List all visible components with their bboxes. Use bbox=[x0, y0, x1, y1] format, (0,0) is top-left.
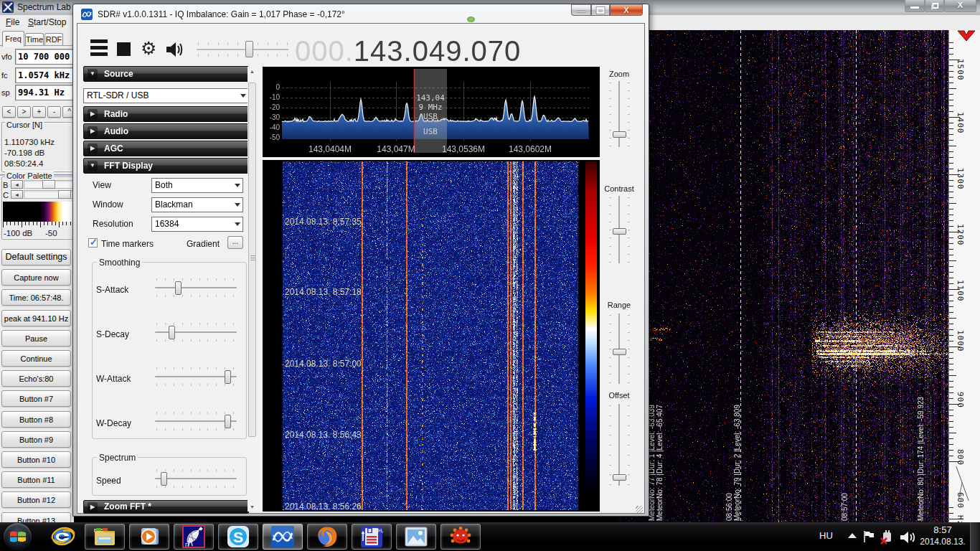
w-attack-thumb[interactable] bbox=[225, 370, 231, 384]
resize-grip[interactable] bbox=[636, 506, 643, 513]
power-plug-icon[interactable] bbox=[880, 529, 895, 545]
range-adjust-slider[interactable] bbox=[613, 314, 626, 384]
panel-header-agc[interactable]: ▶AGC bbox=[83, 141, 249, 156]
gradient-edit-button[interactable]: ... bbox=[227, 236, 243, 249]
speclab-button-default-settings[interactable]: Default settings bbox=[1, 249, 71, 265]
speclab-button-pause[interactable]: Pause bbox=[1, 330, 71, 347]
menu-button[interactable] bbox=[90, 39, 108, 59]
s-attack-thumb[interactable] bbox=[175, 281, 182, 295]
settings-gear-button[interactable]: ⚙ bbox=[141, 39, 156, 57]
palette-b-thumb[interactable] bbox=[42, 180, 55, 189]
speclab-button-button-#7[interactable]: Button #7 bbox=[1, 390, 71, 407]
clock-date[interactable]: 2014.08.13. bbox=[911, 537, 974, 547]
language-indicator[interactable]: HU bbox=[819, 530, 833, 541]
offset-adjust-slider[interactable] bbox=[613, 404, 626, 486]
scrollbar-thumb[interactable] bbox=[248, 83, 256, 437]
sdr-maximize-button[interactable] bbox=[591, 4, 610, 16]
speclab-button-continue[interactable]: Continue bbox=[1, 350, 71, 367]
speclab-button-time-06-57-48-[interactable]: Time: 06:57:48. bbox=[1, 289, 71, 306]
step-button-3[interactable]: - bbox=[47, 106, 61, 118]
start-button[interactable] bbox=[4, 523, 32, 550]
speclab-waterfall[interactable]: MeteorNo: 77 |Dur: 1 |Level: -63.039Mete… bbox=[617, 30, 948, 522]
step-button-0[interactable]: < bbox=[2, 106, 16, 118]
window-select[interactable]: Blackman bbox=[151, 197, 243, 212]
tab-rdf[interactable]: RDF bbox=[44, 33, 63, 46]
speclab-button-echo-s-80[interactable]: Echo's:80 bbox=[1, 370, 71, 387]
sdr-waterfall[interactable]: 2014.08.13. 8:57:352014.08.13. 8:57:1820… bbox=[263, 160, 600, 512]
panel-header-fft-display[interactable]: ▼FFT Display bbox=[83, 158, 249, 174]
slider-tick bbox=[156, 367, 157, 369]
show-desktop-button[interactable] bbox=[970, 522, 980, 551]
palette-c-spinner[interactable]: ◄ bbox=[11, 190, 23, 199]
zoom-adjust-slider[interactable] bbox=[613, 81, 626, 147]
menu-item-startstop[interactable]: Start/Stop bbox=[28, 17, 66, 27]
show-hidden-icons-button[interactable] bbox=[848, 533, 857, 538]
taskbar-button-windows-explorer[interactable] bbox=[85, 524, 125, 550]
sdr-minimize-button[interactable] bbox=[571, 4, 591, 16]
sdr-window: SDR# v1.0.0.1311 - IQ Imbalance: Gain = … bbox=[72, 4, 649, 517]
palette-b-spinner[interactable]: ◄ bbox=[11, 180, 23, 189]
w-decay-thumb[interactable] bbox=[225, 415, 231, 428]
time-markers-checkbox[interactable]: ✓ bbox=[88, 238, 98, 248]
taskbar-button-irfanview[interactable] bbox=[440, 524, 481, 550]
panel-scrollbar[interactable]: ▲ ▼ bbox=[248, 67, 257, 512]
taskbar-button-media-player[interactable] bbox=[129, 524, 169, 550]
audio-mute-button[interactable] bbox=[165, 40, 185, 59]
offset-adjust-thumb[interactable] bbox=[613, 474, 626, 481]
panel-header-radio[interactable]: ▶Radio bbox=[83, 106, 249, 122]
speclab-button-button-#10[interactable]: Button #10 bbox=[1, 451, 71, 468]
slider-tick bbox=[225, 367, 225, 369]
zoom-adjust-thumb[interactable] bbox=[613, 131, 626, 138]
speclab-restore-button[interactable] bbox=[925, 0, 944, 12]
speclab-button-peak-at-941-10-hz[interactable]: peak at 941.10 Hz bbox=[1, 310, 71, 326]
scrollbar-up-arrow[interactable]: ▲ bbox=[248, 67, 257, 76]
taskbar-button-firefox[interactable] bbox=[307, 524, 347, 550]
contrast-adjust-thumb[interactable] bbox=[613, 228, 626, 235]
step-button-1[interactable]: > bbox=[17, 106, 31, 118]
w-decay-slider[interactable] bbox=[155, 415, 237, 428]
step-button-2[interactable]: + bbox=[32, 106, 46, 118]
resolution-select[interactable]: 16384 bbox=[151, 217, 243, 232]
palette-c-slider[interactable] bbox=[24, 190, 80, 199]
contrast-adjust-slider[interactable] bbox=[613, 196, 626, 263]
speclab-button-button-#8[interactable]: Button #8 bbox=[1, 411, 71, 428]
s-attack-slider[interactable] bbox=[155, 281, 237, 295]
menu-item-file[interactable]: File bbox=[6, 17, 19, 27]
panel-header-audio[interactable]: ▶Audio bbox=[83, 123, 249, 139]
taskbar-button-sdrsharp[interactable] bbox=[263, 524, 303, 550]
view-select[interactable]: Both bbox=[151, 178, 243, 193]
volume-slider-thumb[interactable] bbox=[245, 41, 253, 57]
speclab-close-button[interactable]: X bbox=[944, 0, 976, 12]
speclab-button-capture-now[interactable]: Capture now bbox=[1, 269, 71, 286]
stop-button[interactable] bbox=[117, 42, 131, 56]
w-attack-slider[interactable] bbox=[155, 370, 237, 384]
action-center-flag-icon[interactable] bbox=[862, 529, 877, 544]
taskbar-button-file-manager[interactable]: H₂ bbox=[352, 524, 392, 550]
sdr-titlebar[interactable]: SDR# v1.0.0.1311 - IQ Imbalance: Gain = … bbox=[73, 4, 649, 23]
s-decay-slider[interactable] bbox=[155, 326, 237, 339]
speclab-button-button-#11[interactable]: Button #11 bbox=[1, 471, 71, 488]
speed-thumb[interactable] bbox=[161, 472, 167, 486]
taskbar-button-internet-explorer[interactable] bbox=[43, 524, 83, 550]
speclab-minimize-button[interactable] bbox=[905, 0, 925, 12]
taskbar-button-photo-viewer[interactable] bbox=[396, 524, 436, 550]
palette-c-thumb[interactable] bbox=[58, 190, 71, 199]
taskbar-button-spectrum-lab[interactable]: Π bbox=[174, 524, 214, 550]
frequency-display[interactable]: 000.143.049.070 bbox=[295, 35, 521, 67]
scrollbar-down-arrow[interactable]: ▼ bbox=[248, 502, 257, 512]
range-adjust-thumb[interactable] bbox=[613, 349, 626, 355]
panel-header-source[interactable]: ▼Source bbox=[83, 66, 249, 82]
taskbar-button-skype[interactable]: S bbox=[218, 524, 258, 550]
speed-slider[interactable] bbox=[155, 472, 237, 486]
speclab-button-button-#12[interactable]: Button #12 bbox=[1, 491, 71, 508]
tab-time[interactable]: Time bbox=[25, 33, 44, 46]
s-decay-thumb[interactable] bbox=[169, 326, 175, 339]
sdr-close-button[interactable]: X bbox=[610, 4, 643, 16]
source-device-select[interactable]: RTL-SDR / USB bbox=[83, 88, 249, 103]
speclab-button-button-#9[interactable]: Button #9 bbox=[1, 431, 71, 448]
volume-slider[interactable] bbox=[197, 49, 288, 50]
tab-freq[interactable]: Freq bbox=[2, 31, 24, 47]
spectrum-analyzer[interactable]: 0-10-20-30-40-50 143,0404M143,047M143,05… bbox=[263, 67, 600, 157]
panel-header-zoom-fft[interactable]: ▶Zoom FFT * bbox=[83, 500, 249, 514]
clock-time[interactable]: 8:57 bbox=[911, 524, 974, 535]
